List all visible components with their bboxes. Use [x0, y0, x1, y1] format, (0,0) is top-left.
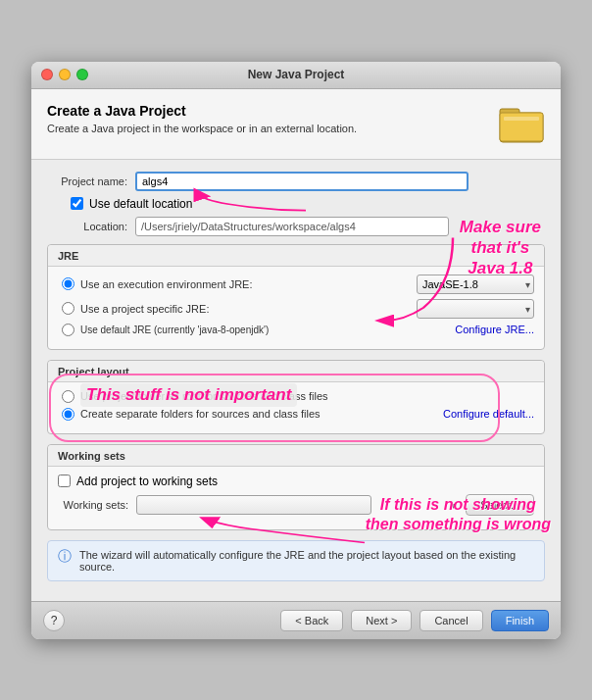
- layout-option2-row: Create separate folders for sources and …: [58, 408, 534, 421]
- finish-button[interactable]: Finish: [491, 610, 549, 631]
- project-layout-title: Project layout: [48, 361, 544, 382]
- working-sets-dropdown[interactable]: [136, 495, 371, 515]
- location-input[interactable]: [135, 217, 449, 236]
- jre-option3-radio[interactable]: [62, 324, 74, 336]
- select-working-sets-button[interactable]: Select...: [466, 494, 534, 516]
- layout-option2-label: Create separate folders for sources and …: [80, 408, 321, 420]
- jre-option3-label: Use default JRE (currently 'java-8-openj…: [80, 325, 269, 335]
- use-default-location-label: Use default location: [89, 197, 192, 211]
- window-title: New Java Project: [248, 68, 345, 81]
- project-folder-icon: [498, 99, 545, 149]
- next-button[interactable]: Next >: [351, 610, 412, 631]
- working-sets-section: Working sets Add project to working sets…: [47, 444, 545, 530]
- info-icon: ⓘ: [58, 548, 72, 566]
- layout-option2-radio[interactable]: [62, 408, 74, 421]
- layout-option1-row: Use project folder as root for sources a…: [58, 390, 534, 403]
- navigation-buttons: < Back Next > Cancel Finish: [280, 610, 549, 631]
- configure-jre-link[interactable]: Configure JRE...: [455, 324, 534, 335]
- project-name-label: Project name:: [47, 175, 135, 187]
- minimize-button[interactable]: [59, 69, 71, 80]
- working-sets-label: Working sets:: [58, 499, 136, 511]
- help-button[interactable]: ?: [43, 610, 65, 631]
- header-text: Create a Java Project Create a Java proj…: [47, 103, 357, 134]
- zoom-button[interactable]: [76, 69, 88, 80]
- jre-option3-row: Use default JRE (currently 'java-8-openj…: [58, 324, 534, 336]
- add-to-working-sets-checkbox[interactable]: [58, 475, 71, 487]
- jre-section: JRE Use an execution environment JRE: Ja…: [47, 244, 545, 350]
- header-section: Create a Java Project Create a Java proj…: [31, 89, 561, 160]
- svg-rect-3: [504, 117, 539, 121]
- add-to-working-sets-label: Add project to working sets: [76, 475, 218, 488]
- layout-option1-label: Use project folder as root for sources a…: [80, 390, 534, 402]
- jre-option2-row: Use a project specific JRE:: [58, 299, 534, 319]
- use-default-location-row: Use default location: [71, 197, 545, 211]
- jre-option1-select-wrapper: JavaSE-1.8 JavaSE-11 JavaSE-17: [417, 275, 534, 294]
- working-sets-title: Working sets: [48, 445, 544, 467]
- project-layout-section: Project layout Use project folder as roo…: [47, 360, 545, 434]
- jre-option1-row: Use an execution environment JRE: JavaSE…: [58, 275, 534, 294]
- jre-option1-radio[interactable]: [62, 277, 74, 290]
- back-button[interactable]: < Back: [280, 610, 343, 631]
- use-default-location-checkbox[interactable]: [71, 197, 83, 210]
- button-bar: ? < Back Next > Cancel Finish: [31, 601, 561, 639]
- jre-option2-radio[interactable]: [62, 302, 74, 315]
- jre-project-dropdown[interactable]: [417, 299, 534, 319]
- info-text: The wizard will automatically configure …: [79, 549, 534, 573]
- layout-option1-radio[interactable]: [62, 390, 74, 403]
- location-label: Location:: [47, 221, 135, 232]
- working-sets-row: Working sets: Select...: [58, 494, 534, 516]
- jre-option1-label: Use an execution environment JRE:: [80, 278, 417, 290]
- page-subtitle: Create a Java project in the workspace o…: [47, 123, 357, 134]
- add-to-working-sets-row: Add project to working sets: [58, 475, 534, 488]
- configure-default-link[interactable]: Configure default...: [443, 408, 534, 420]
- working-sets-select-wrapper: [136, 495, 460, 515]
- info-bar: ⓘ The wizard will automatically configur…: [47, 540, 545, 581]
- traffic-lights: [41, 69, 88, 80]
- window: New Java Project Create a Java Project C…: [31, 62, 561, 639]
- main-content: Project name: Use default location Locat…: [31, 160, 561, 601]
- titlebar: New Java Project: [31, 62, 561, 89]
- project-name-row: Project name:: [47, 172, 545, 191]
- jre-option2-select-wrapper: [417, 299, 534, 319]
- cancel-button[interactable]: Cancel: [419, 610, 482, 631]
- location-row: Location:: [47, 217, 545, 236]
- jre-section-title: JRE: [48, 245, 544, 267]
- page-title: Create a Java Project: [47, 103, 357, 119]
- jre-environment-dropdown[interactable]: JavaSE-1.8 JavaSE-11 JavaSE-17: [417, 275, 534, 294]
- project-name-input[interactable]: [135, 172, 469, 191]
- close-button[interactable]: [41, 69, 53, 80]
- jre-option2-label: Use a project specific JRE:: [80, 303, 417, 315]
